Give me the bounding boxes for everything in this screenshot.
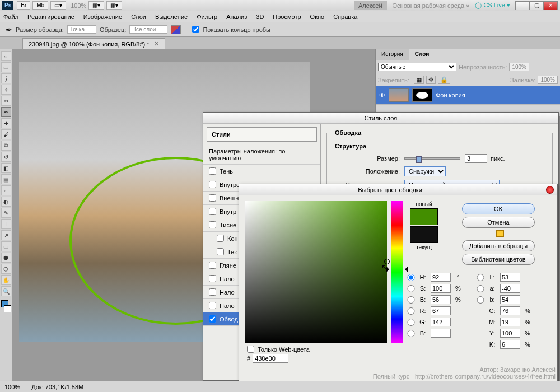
document-tab[interactable]: 230948.jpg @ 100% (Фон копия, RGB/8#) * … (22, 38, 165, 49)
g-radio[interactable] (407, 319, 415, 326)
menu-window[interactable]: Окно (310, 13, 325, 20)
size-slider[interactable] (404, 157, 460, 160)
history-brush-tool[interactable]: ↺ (1, 152, 11, 162)
style-drop-shadow[interactable]: Тень (203, 165, 320, 178)
lock-pixels[interactable]: ▦ (414, 76, 424, 84)
layers-panel: История Слои Обычные Непрозрачность: 100… (375, 49, 560, 116)
lock-position[interactable]: ✥ (426, 76, 436, 84)
size-input[interactable] (465, 154, 487, 163)
stamp-tool[interactable]: ⧉ (1, 141, 11, 151)
opacity-value[interactable]: 100% (509, 63, 529, 71)
path-tool[interactable]: ↗ (1, 230, 11, 240)
gradient-tool[interactable]: ▤ (1, 174, 11, 184)
h-radio[interactable] (407, 274, 415, 281)
status-zoom[interactable]: 100% (4, 384, 20, 390)
zoom-tool[interactable]: 🔍 (1, 286, 11, 296)
structure-label: Структура (335, 143, 547, 150)
type-tool[interactable]: T (1, 219, 11, 229)
position-select[interactable]: Снаружи (404, 166, 446, 176)
maximize-button[interactable]: ▢ (529, 1, 544, 10)
menu-analysis[interactable]: Анализ (226, 13, 247, 20)
user-label: Алексей (354, 1, 387, 10)
sample-swatch[interactable] (171, 25, 181, 34)
fill-value[interactable]: 100% (538, 76, 558, 84)
marquee-tool[interactable]: ▭ (1, 62, 11, 72)
sample-size-label: Размер образца: (16, 26, 64, 33)
shape-tool[interactable]: ▭ (1, 241, 11, 251)
menu-layer[interactable]: Слои (131, 13, 146, 20)
document-tab-label: 230948.jpg @ 100% (Фон копия, RGB/8#) * (29, 41, 150, 48)
close-tab-icon[interactable]: ✕ (154, 40, 159, 48)
minibridge-button[interactable]: Mb (32, 1, 48, 10)
menu-bar: Файл Редактирование Изображение Слои Выд… (0, 11, 560, 22)
r-radio[interactable] (407, 307, 415, 315)
lock-all[interactable]: 🔒 (438, 76, 450, 84)
ok-button[interactable]: OK (462, 203, 535, 214)
3d-tool[interactable]: ⬢ (1, 253, 11, 263)
zoom-display[interactable]: 100% (71, 2, 86, 9)
screenmode-button[interactable]: ▭▾ (50, 1, 66, 10)
arrange-button[interactable]: ▦▾ (88, 1, 104, 10)
blend-mode-select[interactable]: Обычные (378, 63, 456, 71)
stroke-group-label: Обводка (333, 129, 363, 136)
menu-edit[interactable]: Редактирование (27, 13, 74, 20)
position-label: Положение: (333, 168, 400, 175)
status-doc[interactable]: Док: 703,1K/1,58M (31, 384, 83, 390)
minimize-button[interactable]: — (515, 1, 530, 10)
bc-radio[interactable] (407, 330, 415, 337)
web-only-label: Только Web-цвета (258, 346, 310, 353)
dodge-tool[interactable]: ◐ (1, 197, 11, 207)
show-ring-checkbox[interactable] (192, 26, 199, 33)
lasso-tool[interactable]: ⟆ (1, 73, 11, 83)
bv-radio[interactable] (407, 296, 415, 304)
close-button[interactable]: ✕ (543, 1, 558, 10)
menu-image[interactable]: Изображение (83, 13, 122, 20)
sample-target-select[interactable]: Все слои (129, 25, 167, 34)
extras-button[interactable]: ▦▾ (106, 1, 122, 10)
eraser-tool[interactable]: ◧ (1, 163, 11, 173)
cslive-button[interactable]: ◯ CS Live ▾ (475, 2, 510, 9)
hex-input[interactable] (253, 354, 288, 363)
menu-filter[interactable]: Фильтр (197, 13, 217, 20)
heal-tool[interactable]: ✚ (1, 118, 11, 128)
color-swatches[interactable] (1, 300, 11, 312)
cp-title: Выбрать цвет обводки: (358, 186, 424, 193)
color-picker-dialog: Выбрать цвет обводки: ↖ Только Web-цвета… (239, 184, 558, 385)
cp-close-button[interactable] (546, 186, 554, 194)
web-only-checkbox[interactable] (247, 346, 254, 353)
tab-history[interactable]: История (376, 49, 409, 60)
gamut-warning-icon[interactable] (496, 230, 504, 237)
workspace-menu[interactable]: Основная рабочая среда » (393, 2, 470, 9)
blur-tool[interactable]: ○ (1, 185, 11, 195)
bridge-button[interactable]: Br (17, 1, 30, 10)
menu-file[interactable]: Файл (3, 13, 18, 20)
brush-tool[interactable]: 🖌 (1, 129, 11, 139)
cancel-button[interactable]: Отмена (462, 217, 535, 228)
sample-size-select[interactable]: Точка (67, 25, 96, 34)
size-unit: пикс. (491, 155, 505, 162)
menu-help[interactable]: Справка (333, 13, 357, 20)
menu-select[interactable]: Выделение (155, 13, 188, 20)
pen-tool[interactable]: ✎ (1, 208, 11, 218)
add-swatch-button[interactable]: Добавить в образцы (462, 240, 535, 251)
app-logo: Ps (2, 1, 13, 10)
layer-row-active[interactable]: 👁 Фон копия (376, 86, 560, 105)
3d-camera-tool[interactable]: ⬡ (1, 264, 11, 274)
layer-name: Фон копия (436, 92, 465, 99)
tab-layers[interactable]: Слои (409, 49, 436, 60)
color-libraries-button[interactable]: Библиотеки цветов (462, 254, 535, 265)
blend-options-item[interactable]: Параметры наложения: по умолчанию (203, 145, 320, 165)
menu-view[interactable]: Просмотр (273, 13, 301, 20)
saturation-value-field[interactable]: ↖ (245, 201, 387, 343)
s-radio[interactable] (407, 285, 415, 292)
hue-slider[interactable] (391, 201, 403, 343)
wand-tool[interactable]: ✧ (1, 85, 11, 95)
styles-header[interactable]: Стили (207, 127, 317, 142)
crop-tool[interactable]: ✂ (1, 96, 11, 106)
hand-tool[interactable]: ✋ (1, 275, 11, 285)
move-tool[interactable]: ↔ (1, 51, 11, 61)
eyedropper-tool[interactable]: ✒ (1, 107, 11, 117)
visibility-icon[interactable]: 👁 (379, 92, 385, 99)
menu-3d[interactable]: 3D (256, 13, 264, 20)
current-color-swatch[interactable] (410, 226, 438, 243)
